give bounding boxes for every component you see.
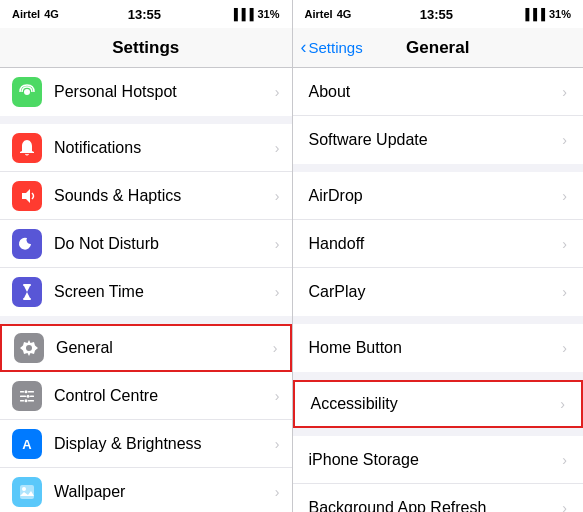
general-item-handoff[interactable]: Handoff › <box>293 220 584 268</box>
display-icon-wrap: A <box>12 429 42 459</box>
iphone-storage-chevron: › <box>562 452 567 468</box>
sliders-icon <box>17 386 37 406</box>
back-label: Settings <box>309 39 363 56</box>
wallpaper-label: Wallpaper <box>54 483 275 501</box>
background-app-refresh-chevron: › <box>562 500 567 512</box>
general-chevron: › <box>273 340 278 356</box>
gear-icon <box>19 338 39 358</box>
right-network-type: 4G <box>337 8 352 20</box>
home-button-chevron: › <box>562 340 567 356</box>
settings-item-do-not-disturb[interactable]: Do Not Disturb › <box>0 220 292 268</box>
airdrop-label: AirDrop <box>309 187 563 205</box>
signal-icon: ▐▐▐ <box>230 8 253 20</box>
svg-rect-16 <box>20 485 34 499</box>
carplay-chevron: › <box>562 284 567 300</box>
general-item-airdrop[interactable]: AirDrop › <box>293 172 584 220</box>
right-carrier-text: Airtel <box>305 8 333 20</box>
display-icon: A <box>17 434 37 454</box>
svg-rect-8 <box>28 391 34 393</box>
general-item-carplay[interactable]: CarPlay › <box>293 268 584 316</box>
control-centre-label: Control Centre <box>54 387 275 405</box>
settings-item-display-brightness[interactable]: A Display & Brightness › <box>0 420 292 468</box>
settings-item-sounds[interactable]: Sounds & Haptics › <box>0 172 292 220</box>
right-gap-4 <box>293 428 584 436</box>
general-item-background-app-refresh[interactable]: Background App Refresh › <box>293 484 584 512</box>
svg-rect-14 <box>28 400 34 402</box>
dnd-chevron: › <box>275 236 280 252</box>
right-gap-3 <box>293 372 584 380</box>
home-button-label: Home Button <box>309 339 563 357</box>
svg-rect-3 <box>23 298 31 300</box>
right-battery-text: 31% <box>549 8 571 20</box>
svg-point-17 <box>22 487 26 491</box>
left-settings-list: Personal Hotspot › Notifications › <box>0 68 292 512</box>
back-button[interactable]: ‹ Settings <box>301 37 363 58</box>
general-item-iphone-storage[interactable]: iPhone Storage › <box>293 436 584 484</box>
settings-item-control-centre[interactable]: Control Centre › <box>0 372 292 420</box>
dnd-icon-wrap <box>12 229 42 259</box>
screen-time-icon-wrap <box>12 277 42 307</box>
carrier-text: Airtel <box>12 8 40 20</box>
right-panel: Airtel 4G 13:55 ▐▐▐ 31% ‹ Settings Gener… <box>292 0 584 512</box>
general-item-about[interactable]: About › <box>293 68 584 116</box>
gap-1 <box>0 116 292 124</box>
accessibility-chevron: › <box>560 396 565 412</box>
left-right-icons: ▐▐▐ 31% <box>230 8 279 20</box>
general-item-accessibility[interactable]: Accessibility › <box>293 380 584 428</box>
notifications-icon-wrap <box>12 133 42 163</box>
svg-point-10 <box>27 394 30 397</box>
iphone-storage-label: iPhone Storage <box>309 451 563 469</box>
general-item-software-update[interactable]: Software Update › <box>293 116 584 164</box>
settings-item-personal-hotspot[interactable]: Personal Hotspot › <box>0 68 292 116</box>
right-section-2: AirDrop › Handoff › CarPlay › <box>293 172 584 316</box>
about-chevron: › <box>562 84 567 100</box>
settings-item-screen-time[interactable]: Screen Time › <box>0 268 292 316</box>
dnd-label: Do Not Disturb <box>54 235 275 253</box>
right-signal-icon: ▐▐▐ <box>522 8 545 20</box>
wallpaper-chevron: › <box>275 484 280 500</box>
right-carrier: Airtel 4G <box>305 8 352 20</box>
screen-time-chevron: › <box>275 284 280 300</box>
display-brightness-chevron: › <box>275 436 280 452</box>
left-status-bar: Airtel 4G 13:55 ▐▐▐ 31% <box>0 0 292 28</box>
settings-item-general[interactable]: General › <box>0 324 292 372</box>
settings-item-notifications[interactable]: Notifications › <box>0 124 292 172</box>
right-section-4: Accessibility › <box>293 380 584 428</box>
hotspot-icon <box>17 82 37 102</box>
svg-rect-2 <box>23 284 31 286</box>
left-time: 13:55 <box>128 7 161 22</box>
right-right-icons: ▐▐▐ 31% <box>522 8 571 20</box>
display-brightness-label: Display & Brightness <box>54 435 275 453</box>
svg-marker-1 <box>22 189 30 203</box>
handoff-chevron: › <box>562 236 567 252</box>
general-label: General <box>56 339 273 357</box>
about-label: About <box>309 83 563 101</box>
right-settings-list: About › Software Update › AirDrop › Hand… <box>293 68 584 512</box>
svg-rect-12 <box>20 400 24 402</box>
control-centre-chevron: › <box>275 388 280 404</box>
wallpaper-icon-wrap <box>12 477 42 507</box>
right-time: 13:55 <box>420 7 453 22</box>
wallpaper-icon <box>17 482 37 502</box>
handoff-label: Handoff <box>309 235 563 253</box>
control-centre-icon-wrap <box>12 381 42 411</box>
hotspot-icon-wrap <box>12 77 42 107</box>
settings-item-wallpaper[interactable]: Wallpaper › <box>0 468 292 512</box>
svg-point-13 <box>25 399 28 402</box>
sound-icon <box>17 186 37 206</box>
left-panel: Airtel 4G 13:55 ▐▐▐ 31% Settings Pe <box>0 0 292 512</box>
general-item-home-button[interactable]: Home Button › <box>293 324 584 372</box>
bell-icon <box>17 138 37 158</box>
right-gap-1 <box>293 164 584 172</box>
general-icon-wrap <box>14 333 44 363</box>
left-nav-title: Settings <box>112 38 179 58</box>
notifications-label: Notifications <box>54 139 275 157</box>
left-carrier: Airtel 4G <box>12 8 59 20</box>
notifications-chevron: › <box>275 140 280 156</box>
software-update-chevron: › <box>562 132 567 148</box>
svg-rect-11 <box>30 395 34 397</box>
battery-text: 31% <box>257 8 279 20</box>
hotspot-label: Personal Hotspot <box>54 83 275 101</box>
svg-text:A: A <box>22 437 32 452</box>
right-section-3: Home Button › <box>293 324 584 372</box>
